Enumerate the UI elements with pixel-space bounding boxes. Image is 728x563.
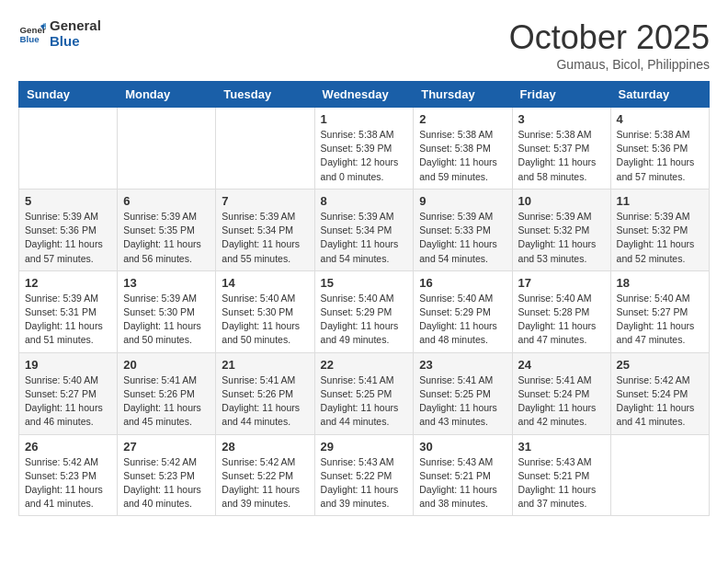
day-info: Sunrise: 5:43 AMSunset: 5:21 PMDaylight:… bbox=[419, 455, 506, 511]
calendar-cell: 2Sunrise: 5:38 AMSunset: 5:38 PMDaylight… bbox=[414, 108, 512, 190]
day-info: Sunrise: 5:39 AMSunset: 5:32 PMDaylight:… bbox=[518, 210, 605, 266]
calendar-cell bbox=[19, 108, 118, 190]
title-section: October 2025 Gumaus, Bicol, Philippines bbox=[509, 18, 710, 72]
header-wednesday: Wednesday bbox=[314, 82, 414, 108]
day-number: 5 bbox=[25, 194, 111, 208]
svg-text:Blue: Blue bbox=[20, 34, 40, 44]
calendar-cell: 3Sunrise: 5:38 AMSunset: 5:37 PMDaylight… bbox=[512, 108, 610, 190]
day-number: 24 bbox=[518, 358, 605, 372]
day-number: 23 bbox=[419, 358, 506, 372]
day-info: Sunrise: 5:41 AMSunset: 5:25 PMDaylight:… bbox=[419, 373, 506, 430]
day-info: Sunrise: 5:42 AMSunset: 5:23 PMDaylight:… bbox=[123, 455, 210, 511]
calendar-cell: 10Sunrise: 5:39 AMSunset: 5:32 PMDayligh… bbox=[512, 189, 610, 270]
calendar-cell bbox=[610, 434, 709, 516]
day-info: Sunrise: 5:42 AMSunset: 5:23 PMDaylight:… bbox=[25, 455, 111, 511]
day-number: 21 bbox=[222, 358, 308, 372]
day-number: 6 bbox=[123, 194, 210, 208]
calendar-cell: 27Sunrise: 5:42 AMSunset: 5:23 PMDayligh… bbox=[118, 434, 216, 516]
day-number: 11 bbox=[617, 194, 703, 208]
day-number: 15 bbox=[321, 276, 408, 290]
day-info: Sunrise: 5:40 AMSunset: 5:27 PMDaylight:… bbox=[617, 292, 703, 348]
day-number: 29 bbox=[321, 440, 408, 454]
day-number: 30 bbox=[419, 440, 506, 454]
calendar-cell: 15Sunrise: 5:40 AMSunset: 5:29 PMDayligh… bbox=[314, 270, 414, 352]
day-number: 13 bbox=[123, 276, 210, 290]
calendar-week-1: 1Sunrise: 5:38 AMSunset: 5:39 PMDaylight… bbox=[19, 108, 710, 190]
day-info: Sunrise: 5:40 AMSunset: 5:27 PMDaylight:… bbox=[25, 373, 111, 430]
day-info: Sunrise: 5:41 AMSunset: 5:26 PMDaylight:… bbox=[222, 373, 308, 430]
calendar-week-2: 5Sunrise: 5:39 AMSunset: 5:36 PMDaylight… bbox=[19, 189, 710, 270]
calendar-cell: 19Sunrise: 5:40 AMSunset: 5:27 PMDayligh… bbox=[19, 352, 118, 434]
logo-text-general: General bbox=[50, 18, 101, 34]
month-title: October 2025 bbox=[509, 18, 710, 57]
calendar-week-5: 26Sunrise: 5:42 AMSunset: 5:23 PMDayligh… bbox=[19, 434, 710, 516]
day-number: 7 bbox=[222, 194, 308, 208]
header-thursday: Thursday bbox=[414, 82, 512, 108]
day-number: 28 bbox=[222, 440, 308, 454]
day-info: Sunrise: 5:41 AMSunset: 5:25 PMDaylight:… bbox=[321, 373, 408, 430]
day-number: 27 bbox=[123, 440, 210, 454]
day-info: Sunrise: 5:39 AMSunset: 5:32 PMDaylight:… bbox=[617, 210, 703, 266]
calendar-cell: 6Sunrise: 5:39 AMSunset: 5:35 PMDaylight… bbox=[118, 189, 216, 270]
day-number: 9 bbox=[419, 194, 506, 208]
calendar-cell: 23Sunrise: 5:41 AMSunset: 5:25 PMDayligh… bbox=[414, 352, 512, 434]
calendar-cell: 26Sunrise: 5:42 AMSunset: 5:23 PMDayligh… bbox=[19, 434, 118, 516]
day-number: 12 bbox=[25, 276, 111, 290]
day-info: Sunrise: 5:42 AMSunset: 5:22 PMDaylight:… bbox=[222, 455, 308, 511]
day-number: 17 bbox=[518, 276, 605, 290]
calendar-cell: 24Sunrise: 5:41 AMSunset: 5:24 PMDayligh… bbox=[512, 352, 610, 434]
calendar-cell bbox=[118, 108, 216, 190]
calendar-cell: 16Sunrise: 5:40 AMSunset: 5:29 PMDayligh… bbox=[414, 270, 512, 352]
header-friday: Friday bbox=[512, 82, 610, 108]
day-info: Sunrise: 5:40 AMSunset: 5:28 PMDaylight:… bbox=[518, 292, 605, 348]
day-number: 8 bbox=[321, 194, 408, 208]
calendar-cell: 29Sunrise: 5:43 AMSunset: 5:22 PMDayligh… bbox=[314, 434, 414, 516]
day-info: Sunrise: 5:40 AMSunset: 5:30 PMDaylight:… bbox=[222, 292, 308, 348]
header-monday: Monday bbox=[118, 82, 216, 108]
day-info: Sunrise: 5:43 AMSunset: 5:21 PMDaylight:… bbox=[518, 455, 605, 511]
day-info: Sunrise: 5:39 AMSunset: 5:33 PMDaylight:… bbox=[419, 210, 506, 266]
calendar-cell: 9Sunrise: 5:39 AMSunset: 5:33 PMDaylight… bbox=[414, 189, 512, 270]
day-number: 3 bbox=[518, 112, 605, 126]
day-info: Sunrise: 5:39 AMSunset: 5:34 PMDaylight:… bbox=[321, 210, 408, 266]
day-info: Sunrise: 5:40 AMSunset: 5:29 PMDaylight:… bbox=[419, 292, 506, 348]
day-info: Sunrise: 5:41 AMSunset: 5:26 PMDaylight:… bbox=[123, 373, 210, 430]
calendar-cell: 8Sunrise: 5:39 AMSunset: 5:34 PMDaylight… bbox=[314, 189, 414, 270]
calendar-cell: 21Sunrise: 5:41 AMSunset: 5:26 PMDayligh… bbox=[216, 352, 314, 434]
day-number: 18 bbox=[617, 276, 703, 290]
calendar-cell: 31Sunrise: 5:43 AMSunset: 5:21 PMDayligh… bbox=[512, 434, 610, 516]
location-subtitle: Gumaus, Bicol, Philippines bbox=[509, 57, 710, 72]
day-number: 2 bbox=[419, 112, 506, 126]
logo-icon: General Blue bbox=[18, 20, 46, 48]
calendar-cell: 13Sunrise: 5:39 AMSunset: 5:30 PMDayligh… bbox=[118, 270, 216, 352]
calendar-cell: 14Sunrise: 5:40 AMSunset: 5:30 PMDayligh… bbox=[216, 270, 314, 352]
day-info: Sunrise: 5:41 AMSunset: 5:24 PMDaylight:… bbox=[518, 373, 605, 430]
day-info: Sunrise: 5:39 AMSunset: 5:34 PMDaylight:… bbox=[222, 210, 308, 266]
day-info: Sunrise: 5:38 AMSunset: 5:36 PMDaylight:… bbox=[617, 128, 703, 184]
day-info: Sunrise: 5:39 AMSunset: 5:35 PMDaylight:… bbox=[123, 210, 210, 266]
page-header: General Blue General Blue October 2025 G… bbox=[18, 18, 710, 72]
calendar-cell: 18Sunrise: 5:40 AMSunset: 5:27 PMDayligh… bbox=[610, 270, 709, 352]
day-number: 25 bbox=[617, 358, 703, 372]
calendar-cell: 4Sunrise: 5:38 AMSunset: 5:36 PMDaylight… bbox=[610, 108, 709, 190]
day-info: Sunrise: 5:39 AMSunset: 5:36 PMDaylight:… bbox=[25, 210, 111, 266]
day-info: Sunrise: 5:38 AMSunset: 5:38 PMDaylight:… bbox=[419, 128, 506, 184]
calendar-cell: 1Sunrise: 5:38 AMSunset: 5:39 PMDaylight… bbox=[314, 108, 414, 190]
day-info: Sunrise: 5:42 AMSunset: 5:24 PMDaylight:… bbox=[617, 373, 703, 430]
day-number: 16 bbox=[419, 276, 506, 290]
day-number: 20 bbox=[123, 358, 210, 372]
logo-text-blue: Blue bbox=[50, 34, 101, 50]
calendar-cell: 25Sunrise: 5:42 AMSunset: 5:24 PMDayligh… bbox=[610, 352, 709, 434]
header-tuesday: Tuesday bbox=[216, 82, 314, 108]
day-number: 19 bbox=[25, 358, 111, 372]
calendar-cell: 7Sunrise: 5:39 AMSunset: 5:34 PMDaylight… bbox=[216, 189, 314, 270]
day-number: 14 bbox=[222, 276, 308, 290]
day-info: Sunrise: 5:38 AMSunset: 5:37 PMDaylight:… bbox=[518, 128, 605, 184]
header-saturday: Saturday bbox=[610, 82, 709, 108]
day-info: Sunrise: 5:40 AMSunset: 5:29 PMDaylight:… bbox=[321, 292, 408, 348]
calendar-week-3: 12Sunrise: 5:39 AMSunset: 5:31 PMDayligh… bbox=[19, 270, 710, 352]
calendar-cell: 17Sunrise: 5:40 AMSunset: 5:28 PMDayligh… bbox=[512, 270, 610, 352]
day-number: 26 bbox=[25, 440, 111, 454]
calendar-cell: 20Sunrise: 5:41 AMSunset: 5:26 PMDayligh… bbox=[118, 352, 216, 434]
header-sunday: Sunday bbox=[19, 82, 118, 108]
